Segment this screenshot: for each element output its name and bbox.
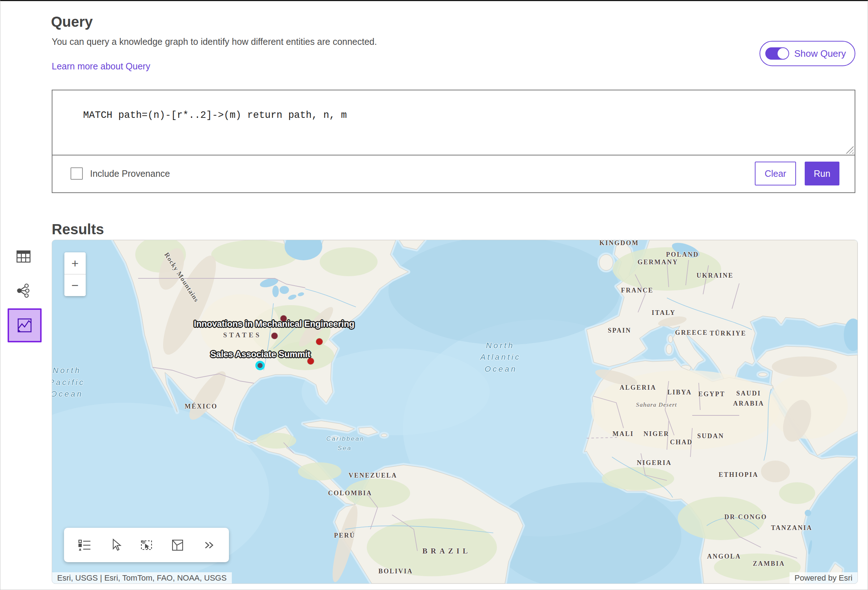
page-title: Query [51, 14, 93, 30]
query-text: MATCH path=(n)-[r*..2]->(m) return path,… [83, 110, 347, 121]
expand-chevrons-icon [200, 537, 216, 553]
polygon-select-icon [170, 537, 186, 553]
cursor-select-button[interactable] [107, 537, 124, 553]
page-description: You can query a knowledge graph to ident… [52, 37, 377, 47]
show-query-label: Show Query [794, 48, 846, 59]
page: { "header": { "title": "Query", "descrip… [0, 0, 868, 590]
rectangle-select-button[interactable] [138, 537, 155, 553]
table-view-button[interactable] [16, 250, 31, 264]
rectangle-select-icon [139, 537, 154, 553]
query-panel-footer: Include Provenance Clear Run [52, 155, 855, 192]
map-point-selected[interactable] [257, 363, 263, 368]
zoom-in-button[interactable]: + [64, 252, 86, 274]
toggle-knob [778, 48, 788, 59]
query-panel: MATCH path=(n)-[r*..2]->(m) return path,… [52, 90, 855, 193]
run-button[interactable]: Run [805, 162, 840, 186]
cursor-select-icon [108, 537, 123, 553]
polygon-select-button[interactable] [169, 537, 186, 553]
legend-list-button[interactable] [76, 537, 93, 553]
learn-more-link[interactable]: Learn more about Query [52, 61, 150, 72]
include-provenance-checkbox[interactable] [71, 167, 83, 180]
results-title: Results [52, 221, 104, 237]
clear-button[interactable]: Clear [755, 162, 796, 186]
map-point-event-maroon[interactable] [280, 316, 287, 322]
include-provenance-label: Include Provenance [90, 168, 170, 179]
table-icon [16, 250, 31, 264]
map-attribution: Esri, USGS | Esri, TomTom, FAO, NOAA, US… [52, 572, 232, 584]
toggle-switch-on[interactable] [765, 47, 789, 60]
map-toolbar [64, 528, 229, 562]
query-textarea[interactable]: MATCH path=(n)-[r*..2]->(m) return path,… [52, 90, 855, 155]
link-chart-view-button[interactable] [15, 282, 31, 299]
map-icon [16, 317, 33, 334]
map-point-event-red[interactable] [307, 358, 314, 364]
expand-toolbar-button[interactable] [200, 537, 217, 553]
show-query-toggle[interactable]: Show Query [760, 41, 855, 66]
legend-list-icon [77, 537, 93, 553]
powered-by-esri: Powered by Esri [790, 572, 858, 584]
map-point-event-red[interactable] [316, 338, 323, 345]
map-zoom-control: + − [64, 252, 86, 296]
link-chart-icon [15, 282, 31, 299]
zoom-out-button[interactable]: − [64, 274, 86, 296]
map-view-button-selected[interactable] [7, 308, 41, 342]
map-point-event-maroon[interactable] [272, 333, 278, 339]
textarea-resize-handle[interactable] [846, 146, 853, 153]
results-map[interactable]: Rocky MountainsSTATESMÉXICONorthPacificO… [52, 240, 858, 584]
